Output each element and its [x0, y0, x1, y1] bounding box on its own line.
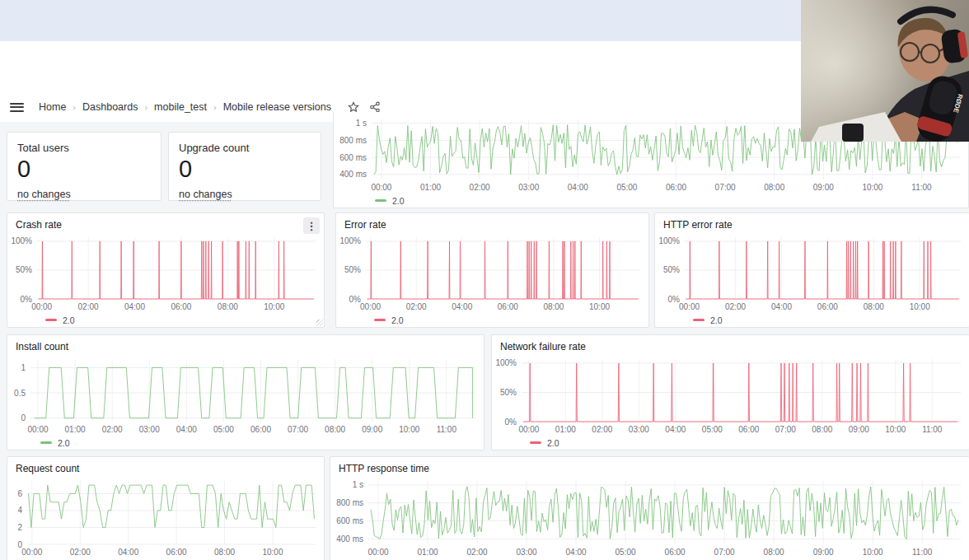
- breadcrumb-folder[interactable]: mobile_test: [154, 101, 207, 113]
- svg-text:0: 0: [17, 540, 22, 549]
- svg-text:800 ms: 800 ms: [336, 498, 363, 507]
- legend-label[interactable]: 2.0: [710, 315, 723, 325]
- svg-text:09:00: 09:00: [813, 548, 834, 557]
- svg-text:06:00: 06:00: [665, 548, 686, 557]
- timeseries-chart[interactable]: 00:0002:0004:0006:0008:0010:000246: [7, 476, 324, 558]
- svg-text:06:00: 06:00: [738, 425, 759, 434]
- breadcrumb-separator: ›: [213, 102, 217, 112]
- legend-swatch[interactable]: [45, 319, 57, 321]
- svg-text:08:00: 08:00: [218, 302, 238, 311]
- legend-label[interactable]: 2.0: [58, 438, 70, 448]
- svg-text:02:00: 02:00: [102, 425, 123, 434]
- svg-text:00:00: 00:00: [679, 302, 700, 311]
- svg-text:05:00: 05:00: [213, 425, 234, 434]
- svg-text:10:00: 10:00: [885, 425, 906, 434]
- svg-text:02:00: 02:00: [406, 302, 427, 311]
- svg-text:0%: 0%: [21, 295, 33, 304]
- legend-label[interactable]: 2.0: [392, 196, 405, 206]
- panel-title[interactable]: HTTP error rate: [655, 213, 969, 232]
- breadcrumb: Home › Dashboards › mobile_test › Mobile…: [39, 101, 381, 113]
- share-icon[interactable]: [369, 101, 381, 113]
- breadcrumb-dashboards[interactable]: Dashboards: [82, 101, 138, 113]
- svg-text:00:00: 00:00: [360, 302, 381, 311]
- panel-title[interactable]: Total users: [7, 133, 161, 154]
- timeseries-chart[interactable]: 00:0001:0002:0003:0004:0005:0006:0007:00…: [330, 476, 969, 558]
- timeseries-chart[interactable]: 00:0002:0004:0006:0008:0010:000%50%100%: [7, 232, 324, 313]
- svg-text:50%: 50%: [16, 265, 32, 274]
- svg-text:08:00: 08:00: [812, 425, 832, 434]
- svg-text:00:00: 00:00: [367, 548, 388, 557]
- svg-text:08:00: 08:00: [543, 302, 564, 311]
- breadcrumb-dashboard-title: Mobile release versions: [223, 101, 331, 113]
- legend-swatch[interactable]: [374, 319, 386, 321]
- svg-text:10:00: 10:00: [910, 302, 930, 311]
- svg-text:11:00: 11:00: [922, 425, 943, 434]
- stat-data-link[interactable]: no changes: [7, 182, 81, 200]
- svg-text:06:00: 06:00: [498, 302, 518, 311]
- panel-title[interactable]: Request count: [7, 457, 324, 476]
- panel-title[interactable]: Upgrade count: [169, 133, 321, 154]
- timeseries-chart[interactable]: 00:0001:0002:0003:0004:0005:0006:0007:00…: [7, 354, 484, 436]
- svg-text:10:00: 10:00: [589, 302, 610, 311]
- svg-text:07:00: 07:00: [714, 548, 735, 557]
- panel-resize-handle[interactable]: [316, 320, 323, 326]
- svg-text:06:00: 06:00: [250, 425, 271, 434]
- svg-text:11:00: 11:00: [911, 183, 932, 192]
- svg-text:0%: 0%: [349, 295, 362, 304]
- svg-text:100%: 100%: [495, 358, 517, 367]
- svg-text:06:00: 06:00: [666, 183, 686, 192]
- menu-icon[interactable]: [10, 103, 24, 112]
- svg-text:0.5: 0.5: [14, 389, 26, 398]
- svg-text:400 ms: 400 ms: [339, 170, 367, 179]
- legend-swatch[interactable]: [40, 441, 52, 444]
- svg-text:00:00: 00:00: [27, 425, 48, 434]
- svg-text:08:00: 08:00: [325, 425, 345, 434]
- svg-text:0: 0: [21, 413, 26, 422]
- svg-text:06:00: 06:00: [817, 302, 838, 311]
- panel-menu-icon[interactable]: ⋮: [303, 217, 320, 234]
- svg-text:1: 1: [21, 363, 26, 372]
- legend-swatch[interactable]: [693, 319, 705, 321]
- breadcrumb-separator: ›: [144, 102, 147, 112]
- panel-title[interactable]: Install count: [7, 335, 484, 354]
- svg-text:02:00: 02:00: [78, 302, 99, 311]
- svg-text:400 ms: 400 ms: [336, 534, 363, 544]
- legend-label[interactable]: 2.0: [391, 315, 404, 325]
- svg-text:1 s: 1 s: [353, 480, 363, 489]
- timeseries-chart[interactable]: 00:0002:0004:0006:0008:0010:000%50%100%: [655, 232, 969, 313]
- svg-text:04:00: 04:00: [176, 425, 197, 434]
- svg-text:02:00: 02:00: [725, 302, 746, 311]
- svg-text:04:00: 04:00: [452, 302, 472, 311]
- svg-text:1 s: 1 s: [356, 119, 367, 128]
- svg-text:04:00: 04:00: [124, 302, 145, 311]
- svg-text:08:00: 08:00: [864, 302, 884, 311]
- svg-text:0%: 0%: [668, 295, 681, 304]
- legend-swatch[interactable]: [530, 441, 541, 444]
- legend-label[interactable]: 2.0: [63, 315, 75, 325]
- breadcrumb-home[interactable]: Home: [39, 101, 66, 113]
- panel-total-users: Total users 0 no changes: [7, 132, 162, 201]
- stat-data-link[interactable]: no changes: [169, 182, 242, 200]
- svg-text:800 ms: 800 ms: [339, 136, 367, 145]
- svg-text:06:00: 06:00: [171, 302, 191, 311]
- svg-text:02:00: 02:00: [470, 183, 490, 192]
- timeseries-chart[interactable]: 00:0002:0004:0006:0008:0010:000%50%100%: [336, 232, 648, 313]
- panel-install-count: Install count 00:0001:0002:0003:0004:000…: [7, 334, 485, 450]
- legend-swatch[interactable]: [375, 199, 386, 202]
- panel-title[interactable]: Crash rate: [7, 213, 324, 232]
- svg-text:01:00: 01:00: [555, 425, 576, 434]
- svg-text:0%: 0%: [505, 418, 517, 427]
- svg-text:100%: 100%: [339, 236, 361, 245]
- star-icon[interactable]: [348, 101, 359, 113]
- legend-label[interactable]: 2.0: [547, 438, 559, 448]
- stat-value: 0: [7, 154, 161, 182]
- dashboard-canvas: Total users 0 no changes Upgrade count 0…: [0, 122, 969, 560]
- svg-text:00:00: 00:00: [518, 425, 539, 434]
- panel-title[interactable]: Network failure rate: [492, 335, 969, 354]
- svg-text:06:00: 06:00: [166, 548, 187, 557]
- panel-title[interactable]: Error rate: [336, 213, 648, 232]
- svg-text:02:00: 02:00: [592, 425, 612, 434]
- panel-title[interactable]: HTTP response time: [330, 457, 969, 476]
- panel-http-response-time: HTTP response time 00:0001:0002:0003:000…: [330, 456, 969, 560]
- timeseries-chart[interactable]: 00:0001:0002:0003:0004:0005:0006:0007:00…: [492, 354, 969, 436]
